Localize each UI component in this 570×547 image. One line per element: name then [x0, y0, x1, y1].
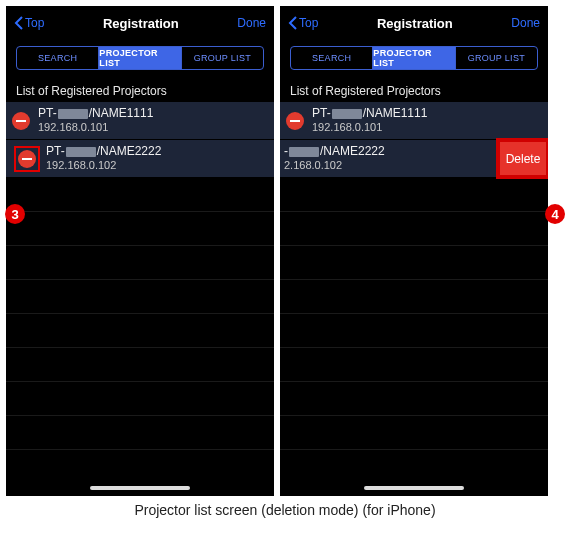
page-title: Registration — [377, 16, 453, 31]
nav-bar: Top Registration Done — [280, 6, 548, 40]
projector-ip: 192.168.0.102 — [46, 159, 161, 173]
projector-text: PT-/NAME2222 192.168.0.102 — [46, 144, 161, 173]
phone-left: Top Registration Done SEARCH PROJECTOR L… — [6, 6, 274, 496]
seg-group-list[interactable]: GROUP LIST — [182, 47, 263, 69]
chevron-left-icon — [14, 16, 24, 30]
empty-row — [280, 382, 548, 416]
projector-ip: 192.168.0.101 — [312, 121, 427, 135]
redacted-text — [66, 147, 96, 157]
projector-row[interactable]: PT-/NAME1111 192.168.0.101 — [280, 102, 548, 140]
nav-bar: Top Registration Done — [6, 6, 274, 40]
empty-row — [6, 416, 274, 450]
home-indicator — [90, 486, 190, 490]
seg-group-list[interactable]: GROUP LIST — [456, 47, 537, 69]
segmented-control: SEARCH PROJECTOR LIST GROUP LIST — [16, 46, 264, 70]
empty-row — [280, 280, 548, 314]
redacted-text — [289, 147, 319, 157]
empty-row — [6, 382, 274, 416]
seg-search[interactable]: SEARCH — [17, 47, 99, 69]
projector-ip: 2.168.0.102 — [284, 159, 385, 173]
redacted-text — [332, 109, 362, 119]
segmented-control: SEARCH PROJECTOR LIST GROUP LIST — [290, 46, 538, 70]
empty-row — [280, 348, 548, 382]
home-indicator — [364, 486, 464, 490]
delete-minus-icon[interactable] — [12, 112, 30, 130]
projector-row[interactable]: PT-/NAME1111 192.168.0.101 — [6, 102, 274, 140]
empty-row — [280, 246, 548, 280]
empty-row — [280, 314, 548, 348]
highlight-box — [14, 146, 40, 172]
empty-row — [280, 212, 548, 246]
empty-row — [280, 416, 548, 450]
callout-3: 3 — [5, 204, 25, 224]
empty-row — [6, 280, 274, 314]
figure-caption: Projector list screen (deletion mode) (f… — [6, 502, 564, 518]
seg-projector-list[interactable]: PROJECTOR LIST — [373, 47, 455, 69]
seg-search[interactable]: SEARCH — [291, 47, 373, 69]
callout-4: 4 — [545, 204, 565, 224]
done-button[interactable]: Done — [511, 16, 540, 30]
empty-row — [6, 178, 274, 212]
projector-text: PT-/NAME1111 192.168.0.101 — [312, 106, 427, 135]
back-label: Top — [299, 16, 318, 30]
phone-right: Top Registration Done SEARCH PROJECTOR L… — [280, 6, 548, 496]
page-title: Registration — [103, 16, 179, 31]
projector-text: -/NAME2222 2.168.0.102 — [280, 144, 385, 173]
seg-projector-list[interactable]: PROJECTOR LIST — [99, 47, 181, 69]
empty-row — [6, 348, 274, 382]
projector-text: PT-/NAME1111 192.168.0.101 — [38, 106, 153, 135]
done-button[interactable]: Done — [237, 16, 266, 30]
projector-row[interactable]: PT-/NAME2222 192.168.0.102 — [6, 140, 274, 178]
delete-button[interactable]: Delete — [498, 140, 548, 177]
section-header: List of Registered Projectors — [280, 80, 548, 102]
delete-minus-icon[interactable] — [18, 150, 36, 168]
section-header: List of Registered Projectors — [6, 80, 274, 102]
redacted-text — [58, 109, 88, 119]
empty-row — [6, 212, 274, 246]
projector-ip: 192.168.0.101 — [38, 121, 153, 135]
empty-row — [280, 178, 548, 212]
empty-row — [6, 246, 274, 280]
chevron-left-icon — [288, 16, 298, 30]
back-button[interactable]: Top — [288, 16, 318, 30]
back-button[interactable]: Top — [14, 16, 44, 30]
projector-row-swiped[interactable]: -/NAME2222 2.168.0.102 Delete — [280, 140, 548, 178]
delete-minus-icon[interactable] — [286, 112, 304, 130]
empty-row — [6, 314, 274, 348]
back-label: Top — [25, 16, 44, 30]
